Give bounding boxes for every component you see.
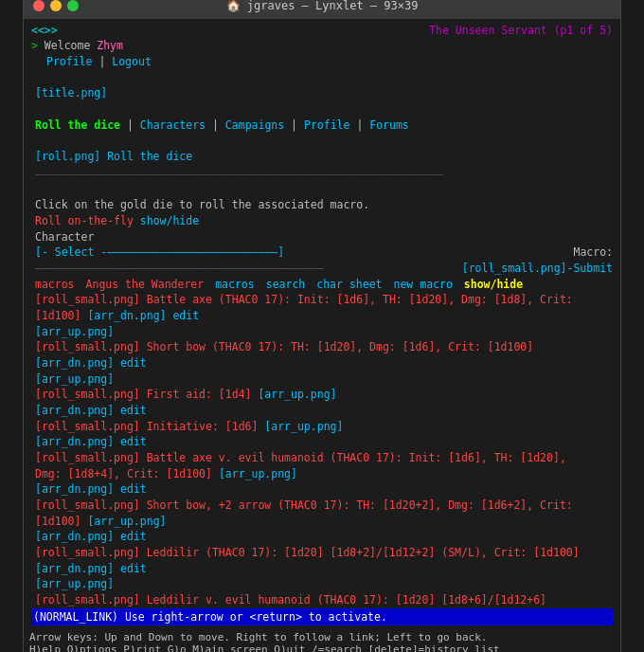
entry-7b: [1d100] [arr_up.png]	[31, 514, 613, 530]
entry-3: [roll_small.png] Short bow (THAC0 17): T…	[31, 339, 613, 371]
nav-roll[interactable]: Roll the dice	[35, 118, 120, 132]
entry-6b: Dmg: [1d8+4], Crit: [1d100] [arr_up.png]	[31, 466, 613, 482]
edit-7[interactable]: edit	[120, 530, 147, 543]
entry-5b: [arr_dn.png] edit	[31, 434, 613, 450]
terminal-window: 🏠 jgraves — Lynxlet — 93×39 <<>> The Uns…	[23, 0, 621, 652]
traffic-lights	[33, 0, 79, 11]
char-show-hide[interactable]: show/hide	[464, 277, 523, 293]
username-display: Zhym	[97, 39, 123, 52]
entry-7: [roll_small.png] Short bow, +2 arrow (TH…	[31, 498, 613, 514]
toolbar-icon: <<>>	[31, 23, 58, 39]
entry-8c: [arr_up.png]	[31, 576, 613, 592]
character-label-line: Character	[31, 229, 613, 245]
edit-3[interactable]: edit	[120, 356, 147, 370]
minimize-button[interactable]	[50, 0, 62, 11]
roll-link-line: [roll.png] Roll the dice	[31, 149, 613, 165]
select-dropdown[interactable]: [- Select -——————————————————————————]	[35, 244, 284, 261]
nav-profile[interactable]: Profile	[304, 118, 349, 132]
bottom-help-1: Arrow keys: Up and Down to move. Right t…	[29, 631, 615, 643]
char-new-macro[interactable]: new macro	[394, 277, 453, 293]
roll-link[interactable]: [roll.png] Roll the dice	[35, 150, 192, 163]
entry-5: [roll_small.png] Initiative: [1d6] [arr_…	[31, 419, 613, 435]
char-macros[interactable]: macros	[215, 277, 255, 293]
bottom-help-2: H)elp O)ptions P)rint G)o M)ain screen Q…	[29, 643, 615, 652]
entry-3b: [arr_up.png]	[31, 371, 613, 388]
edit-6[interactable]: edit	[120, 482, 147, 496]
profile-link[interactable]: Profile	[46, 55, 92, 68]
char-nav-row: macros Angus the Wanderer macros search …	[31, 277, 613, 293]
status-right: The Unseen Servant (p1 of 5)	[429, 23, 613, 39]
entry-8: [roll_small.png] Leddilir (THAC0 17): [1…	[31, 545, 613, 561]
welcome-line: > Welcome Zhym	[31, 38, 613, 54]
main-nav: Roll the dice | Characters | Campaigns |…	[31, 118, 613, 134]
bottom-help: Arrow keys: Up and Down to move. Right t…	[24, 629, 620, 652]
top-bar: <<>> The Unseen Servant (p1 of 5)	[31, 23, 613, 39]
title-img: [title.png]	[31, 85, 613, 101]
edit-4[interactable]: edit	[120, 404, 147, 417]
logout-link[interactable]: Logout	[112, 55, 152, 68]
highlight-bar: (NORMAL_LINK) Use right-arrow or <return…	[31, 608, 613, 626]
maximize-button[interactable]	[67, 0, 79, 11]
window-title: 🏠 jgraves — Lynxlet — 93×39	[226, 0, 419, 12]
terminal-body: <<>> The Unseen Servant (p1 of 5) > Welc…	[24, 19, 620, 630]
titlebar: 🏠 jgraves — Lynxlet — 93×39	[24, 0, 620, 19]
close-button[interactable]	[33, 0, 45, 11]
char-name-display: macros	[35, 277, 75, 293]
entry-1b: [1d100] [arr_dn.png] edit	[31, 308, 613, 324]
nav-campaigns[interactable]: Campaigns	[225, 118, 284, 132]
entry-6c: [arr_dn.png] edit	[31, 481, 613, 498]
entry-4: [roll_small.png] First aid: [1d4] [arr_u…	[31, 387, 613, 403]
entry-1: [roll_small.png] Battle axe (THAC0 17): …	[31, 292, 613, 308]
entry-9: [roll_small.png] Leddilir v. evil humano…	[31, 592, 613, 608]
select-macro-line: [- Select -——————————————————————————] M…	[31, 244, 613, 261]
submit-btn[interactable]: [roll_small.png]-Submit	[462, 261, 613, 277]
macro-label: Macro:	[573, 244, 613, 261]
divider-line: ————————————————————————————————————————…	[31, 165, 613, 182]
entry-2: [arr_up.png]	[31, 324, 613, 340]
nav-forums[interactable]: Forums	[369, 118, 409, 132]
entry-8b: [arr_dn.png] edit	[31, 561, 613, 577]
welcome-text: Welcome	[45, 39, 90, 52]
description-line: Click on the gold die to roll the associ…	[31, 197, 613, 213]
nav-characters[interactable]: Characters	[140, 118, 206, 132]
char-sheet[interactable]: char sheet	[316, 277, 382, 293]
entry-7c: [arr_dn.png] edit	[31, 529, 613, 545]
profile-logout-line: Profile | Logout	[31, 54, 613, 70]
roll-otf-line: Roll on-the-fly show/hide	[31, 213, 613, 229]
separator-submit: ————————————————————————————————————————…	[31, 261, 613, 277]
entry-4b: [arr_dn.png] edit	[31, 403, 613, 419]
character-label: Character	[35, 230, 94, 244]
edit-1[interactable]: edit	[172, 309, 199, 322]
edit-5[interactable]: edit	[120, 435, 147, 448]
edit-8[interactable]: edit	[120, 562, 147, 575]
roll-otf-label: Roll on-the-fly	[35, 214, 134, 227]
show-hide-btn[interactable]: show/hide	[140, 214, 199, 227]
entry-6: [roll_small.png] Battle axe v. evil huma…	[31, 450, 613, 466]
char-search[interactable]: search	[266, 277, 306, 293]
